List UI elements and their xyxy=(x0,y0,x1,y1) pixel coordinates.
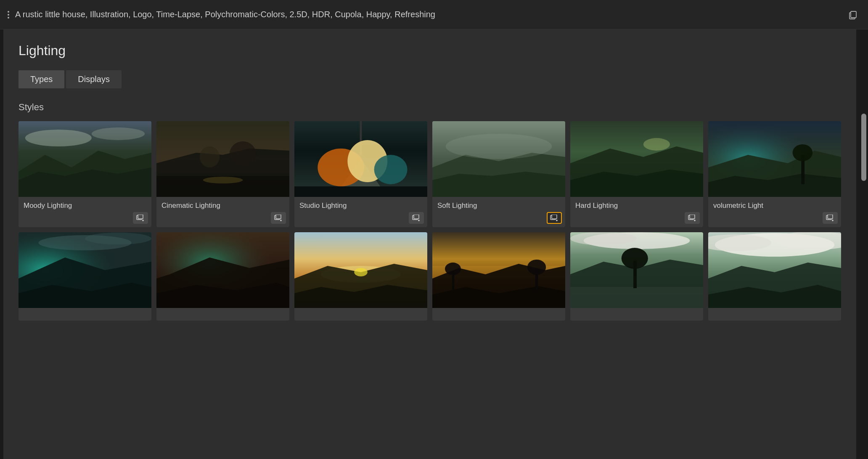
style-card-cinematic[interactable]: Cinematic Lighting xyxy=(156,121,289,227)
style-card-r2-5[interactable] xyxy=(570,232,703,321)
tab-types[interactable]: Types xyxy=(19,70,64,88)
style-card-image-r2-2 xyxy=(156,232,289,308)
svg-rect-30 xyxy=(414,215,419,219)
style-card-name-soft: Soft Lighting xyxy=(437,201,560,210)
style-card-image-moody xyxy=(19,121,151,197)
style-card-r2-4[interactable] xyxy=(432,232,565,321)
style-card-info-studio: Studio Lighting xyxy=(294,197,427,227)
style-card-info-r2-1 xyxy=(19,308,151,321)
style-card-soft[interactable]: Soft Lighting xyxy=(432,121,565,227)
more-options-button[interactable] xyxy=(8,11,9,19)
style-card-name-volumetric: volumetric Light xyxy=(713,201,836,210)
style-card-info-r2-4 xyxy=(432,308,565,321)
svg-point-6 xyxy=(92,127,145,140)
svg-rect-38 xyxy=(552,215,557,219)
svg-point-64 xyxy=(85,233,151,244)
add-to-prompt-studio[interactable] xyxy=(409,212,424,224)
top-bar: A rustic little house, Illustration, Log… xyxy=(0,0,868,29)
svg-point-16 xyxy=(230,141,256,167)
style-card-info-r2-6 xyxy=(708,308,841,321)
style-card-volumetric[interactable]: volumetric Light xyxy=(708,121,841,227)
style-card-info-r2-2 xyxy=(156,308,289,321)
add-to-prompt-volumetric[interactable] xyxy=(823,212,838,224)
style-card-info-cinematic: Cinematic Lighting xyxy=(156,197,289,227)
style-card-image-r2-5 xyxy=(570,232,703,308)
copy-button[interactable] xyxy=(845,7,860,22)
add-to-prompt-cinematic[interactable] xyxy=(271,212,286,224)
style-card-r2-6[interactable] xyxy=(708,232,841,321)
style-card-info-r2-5 xyxy=(570,308,703,321)
tabs-row: Types Displays xyxy=(19,70,841,88)
svg-rect-8 xyxy=(138,215,143,219)
tab-displays[interactable]: Displays xyxy=(66,70,122,88)
style-card-info-moody: Moody Lighting xyxy=(19,197,151,227)
svg-marker-35 xyxy=(432,172,565,197)
style-card-image-hard xyxy=(570,121,703,197)
style-card-image-r2-1 xyxy=(19,232,151,308)
style-card-info-r2-3 xyxy=(294,308,427,321)
svg-point-79 xyxy=(527,260,546,275)
style-card-image-volumetric xyxy=(708,121,841,197)
style-card-name-moody: Moody Lighting xyxy=(24,201,146,210)
svg-point-81 xyxy=(445,263,461,275)
section-styles-title: Styles xyxy=(19,102,841,113)
svg-point-54 xyxy=(793,144,812,161)
svg-point-14 xyxy=(203,177,243,183)
svg-rect-28 xyxy=(294,186,427,197)
svg-point-84 xyxy=(570,232,637,245)
svg-marker-4 xyxy=(19,167,151,197)
svg-point-15 xyxy=(200,146,220,167)
content-area: Lighting Types Displays Styles xyxy=(3,29,856,459)
page-title: Lighting xyxy=(19,43,841,58)
scrollbar[interactable] xyxy=(860,29,868,459)
add-to-prompt-moody[interactable] xyxy=(133,212,148,224)
style-card-image-cinematic xyxy=(156,121,289,197)
style-card-studio[interactable]: Studio Lighting xyxy=(294,121,427,227)
style-card-r2-1[interactable] xyxy=(19,232,151,321)
style-card-image-r2-3 xyxy=(294,232,427,308)
svg-rect-18 xyxy=(276,215,281,219)
styles-grid-row2 xyxy=(19,232,841,321)
svg-point-73 xyxy=(354,268,368,276)
style-card-info-hard: Hard Lighting xyxy=(570,197,703,227)
style-card-name-cinematic: Cinematic Lighting xyxy=(161,201,284,210)
svg-rect-86 xyxy=(570,287,703,308)
svg-point-36 xyxy=(446,134,552,159)
svg-point-88 xyxy=(622,248,648,269)
svg-point-27 xyxy=(374,155,408,184)
style-card-image-r2-4 xyxy=(432,232,565,308)
svg-point-44 xyxy=(643,138,670,151)
styles-grid-row1: Moody Lighting xyxy=(19,121,841,227)
scrollbar-thumb[interactable] xyxy=(861,114,866,181)
style-card-hard[interactable]: Hard Lighting xyxy=(570,121,703,227)
style-card-image-soft xyxy=(432,121,565,197)
svg-rect-46 xyxy=(690,215,695,219)
style-card-r2-2[interactable] xyxy=(156,232,289,321)
style-card-info-volumetric: volumetric Light xyxy=(708,197,841,227)
svg-rect-56 xyxy=(828,215,833,219)
add-to-prompt-hard[interactable] xyxy=(685,212,700,224)
style-card-info-soft: Soft Lighting xyxy=(432,197,565,227)
style-card-moody[interactable]: Moody Lighting xyxy=(19,121,151,227)
prompt-text: A rustic little house, Illustration, Log… xyxy=(15,10,839,19)
style-card-r2-3[interactable] xyxy=(294,232,427,321)
svg-point-5 xyxy=(25,130,92,146)
style-card-name-hard: Hard Lighting xyxy=(575,201,698,210)
style-card-name-studio: Studio Lighting xyxy=(299,201,422,210)
svg-rect-1 xyxy=(851,11,856,18)
add-to-prompt-soft[interactable] xyxy=(547,212,562,224)
style-card-image-studio xyxy=(294,121,427,197)
style-card-image-r2-6 xyxy=(708,232,841,308)
